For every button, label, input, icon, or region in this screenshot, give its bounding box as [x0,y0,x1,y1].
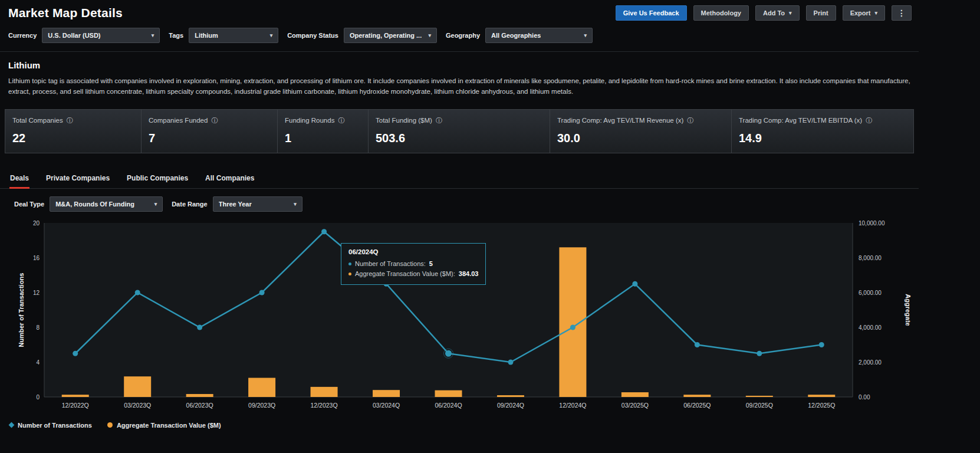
right-axis-title: Aggregate [905,294,912,326]
info-icon[interactable]: ⓘ [67,116,73,125]
bar-03/2023Q[interactable] [124,376,151,397]
currency-dropdown[interactable]: U.S. Dollar (USD) ▾ [42,28,160,43]
add-to-button[interactable]: Add To ▾ [755,5,800,21]
point-06/2024Q[interactable] [445,350,452,356]
tags-dropdown[interactable]: Lithium ▾ [189,28,278,43]
chevron-down-icon: ▾ [584,32,587,38]
x-axis-tick: 06/2025Q [683,402,711,409]
point-12/2022Q[interactable] [73,350,78,356]
point-09/2025Q[interactable] [757,350,762,356]
tooltip-value: 384.03 [459,269,479,279]
page-title: Market Map Details [8,6,123,20]
company-status-dropdown[interactable]: Operating, Operating ... ▾ [344,28,437,43]
date-range-label: Date Range [172,201,208,208]
market-map-page: Market Map Details Give Us Feedback Meth… [0,0,919,429]
tags-filter: Tags Lithium ▾ [169,28,278,43]
bar-09/2025Q[interactable] [746,396,773,397]
give-feedback-button[interactable]: Give Us Feedback [616,5,687,21]
bar-09/2023Q[interactable] [248,378,275,396]
tab-private-companies[interactable]: Private Companies [45,169,110,188]
left-axis-tick: 12 [33,289,40,296]
bar-03/2024Q[interactable] [373,390,400,397]
currency-value: U.S. Dollar (USD) [48,32,100,39]
currency-filter: Currency U.S. Dollar (USD) ▾ [8,28,160,43]
point-12/2023Q[interactable] [321,229,327,234]
x-axis-tick: 12/2024Q [559,402,586,409]
tab-bar: Deals Private Companies Public Companies… [0,169,919,189]
right-axis-tick: 0.00 [859,393,870,400]
bar-06/2024Q[interactable] [435,390,462,396]
chevron-down-icon: ▾ [874,10,877,16]
bar-12/2025Q[interactable] [808,395,835,397]
point-12/2024Q[interactable] [570,324,575,330]
tab-all-companies[interactable]: All Companies [205,169,255,188]
legend-label: Aggregate Transaction Value ($M) [117,422,221,429]
point-06/2023Q[interactable] [197,324,202,330]
right-axis-tick: 10,000.00 [859,219,885,226]
print-button[interactable]: Print [806,5,836,21]
methodology-button[interactable]: Methodology [693,5,749,21]
info-icon[interactable]: ⓘ [687,116,693,125]
bar-12/2024Q[interactable] [559,247,586,397]
info-icon[interactable]: ⓘ [211,116,218,125]
info-icon[interactable]: ⓘ [866,116,872,125]
date-range-dropdown[interactable]: Three Year ▾ [213,196,302,212]
company-status-label: Company Status [287,32,338,39]
company-status-filter: Company Status Operating, Operating ... … [287,28,437,43]
diamond-marker-icon [9,422,15,428]
company-status-value: Operating, Operating ... [350,32,422,39]
x-axis-tick: 12/2023Q [311,402,338,409]
topbar-actions: Give Us Feedback Methodology Add To ▾ Pr… [616,5,912,21]
chevron-down-icon: ▾ [154,201,157,207]
stat-value: 7 [149,132,270,145]
stats-row: Total Companiesⓘ 22 Companies Fundedⓘ 7 … [5,109,914,153]
right-axis-tick: 6,000.00 [859,289,882,296]
info-icon[interactable]: ⓘ [338,116,344,125]
geography-dropdown[interactable]: All Geographies ▾ [485,28,593,43]
point-12/2025Q[interactable] [819,342,824,347]
chevron-down-icon: ▾ [428,32,431,38]
tooltip-row-transactions: Number of Transactions: 5 [348,259,478,269]
tags-value: Lithium [195,32,218,39]
tags-label: Tags [169,32,183,39]
kebab-icon: ⋮ [897,9,906,17]
point-06/2025Q[interactable] [695,342,700,347]
stat-label: Total Funding ($M) [376,117,432,124]
x-axis-tick: 03/2023Q [124,402,151,409]
bar-03/2025Q[interactable] [621,392,649,397]
bar-12/2022Q[interactable] [62,395,89,397]
export-button[interactable]: Export ▾ [843,5,885,21]
deal-type-label: Deal Type [14,201,44,208]
tab-public-companies[interactable]: Public Companies [126,169,189,188]
geography-filter: Geography All Geographies ▾ [446,28,593,43]
tooltip-label: Number of Transactions: [355,259,426,269]
x-axis-tick: 09/2025Q [746,402,773,409]
point-03/2025Q[interactable] [632,281,637,286]
deal-type-dropdown[interactable]: M&A, Rounds Of Funding ▾ [50,196,163,212]
legend-label: Number of Transactions [18,422,92,429]
stat-label: Funding Rounds [285,117,334,124]
tab-deals[interactable]: Deals [9,169,29,188]
point-09/2024Q[interactable] [508,359,513,365]
info-icon[interactable]: ⓘ [436,116,442,125]
bar-09/2024Q[interactable] [497,395,524,397]
x-axis-tick: 03/2025Q [621,402,649,409]
chart-tooltip: 06/2024Q Number of Transactions: 5 Aggre… [341,243,486,285]
legend-item-aggregate[interactable]: Aggregate Transaction Value ($M) [107,422,221,429]
bar-12/2023Q[interactable] [311,387,338,397]
more-options-button[interactable]: ⋮ [892,5,912,21]
deal-type-value: M&A, Rounds Of Funding [55,201,134,208]
point-03/2023Q[interactable] [135,290,140,295]
series-dot-icon [348,273,351,275]
stat-total-companies: Total Companiesⓘ 22 [5,110,142,153]
x-axis-tick: 09/2023Q [248,402,275,409]
legend-item-transactions[interactable]: Number of Transactions [9,422,92,429]
stat-tev-ltm-ebitda: Trading Comp: Avg TEV/LTM EBITDA (x)ⓘ 14… [732,110,913,153]
bar-06/2023Q[interactable] [186,394,213,397]
deal-filter-bar: Deal Type M&A, Rounds Of Funding ▾ Date … [0,189,919,217]
point-09/2023Q[interactable] [259,290,265,295]
bar-06/2025Q[interactable] [683,395,711,397]
stat-label: Total Companies [12,117,63,124]
stat-value: 22 [12,132,134,145]
filter-bar: Currency U.S. Dollar (USD) ▾ Tags Lithiu… [0,24,919,51]
